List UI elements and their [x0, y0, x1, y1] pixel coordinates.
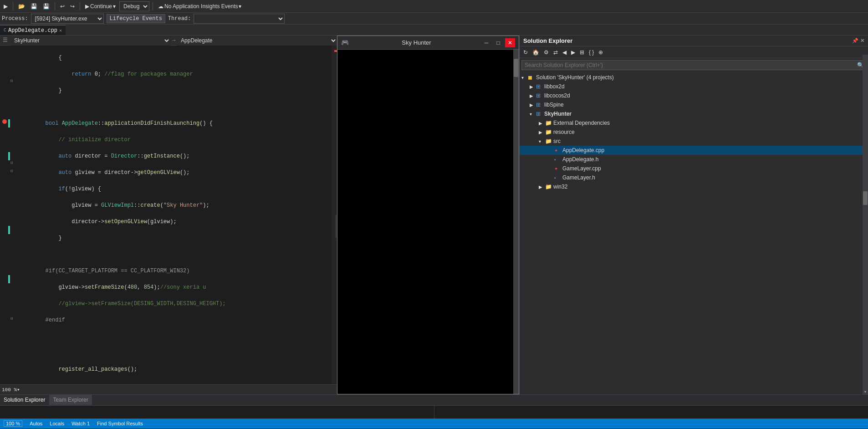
status-zoom[interactable]: 100 % — [4, 420, 22, 427]
tab-icon: C — [4, 28, 6, 33]
continue-btn[interactable]: ▶ Continue ▾ — [83, 2, 117, 10]
libspine-label: libSpine — [544, 102, 564, 108]
sky-hunter-scrollbar[interactable] — [513, 50, 519, 394]
skyhunter-label: SkyHunter — [544, 111, 572, 117]
scrollbar-thumb — [514, 59, 518, 77]
se-tab[interactable]: Solution Explorer — [0, 395, 49, 405]
collapse-3[interactable]: ⊟ — [10, 169, 13, 174]
pin-icon[interactable]: 📌 — [852, 38, 858, 44]
solution-root[interactable]: ▾ ◼ Solution 'SkyHunter' (4 projects) — [520, 73, 868, 82]
tree-item-external-deps[interactable]: ▶ 📁 External Dependencies — [520, 118, 868, 128]
breakpoint-1 — [2, 119, 7, 124]
thread-select[interactable] — [194, 14, 285, 24]
skyhunter-icon: ⊞ — [536, 111, 544, 117]
adcpp-label: AppDelegate.cpp — [562, 147, 604, 153]
scroll-overview[interactable] — [332, 46, 337, 384]
tree-item-libbox2d[interactable]: ▶ ⊞ libbox2d — [520, 82, 868, 91]
thread-label: Thread: — [168, 15, 191, 22]
tree-item-appdelegatecpp[interactable]: ▶ ✦ AppDelegate.cpp — [520, 146, 868, 155]
solution-arrow: ▾ — [521, 75, 528, 80]
glh-icon: ▪ — [554, 175, 562, 180]
debug-toolbar: Process: [5924] SkyHunter.exe Lifecycle … — [0, 13, 868, 25]
se-props-btn[interactable]: ⊞ — [578, 48, 586, 56]
close-panel-icon[interactable]: ✕ — [860, 38, 864, 44]
glh-label: GameLayer.h — [562, 174, 595, 181]
se-code-btn[interactable]: { } — [587, 48, 596, 56]
tab-close-btn[interactable]: ✕ — [59, 28, 62, 33]
libcocos2d-arrow: ▶ — [530, 93, 536, 98]
glcpp-label: GameLayer.cpp — [562, 165, 601, 172]
glcpp-icon: ✦ — [554, 166, 562, 171]
adh-icon: ▪ — [554, 157, 562, 162]
tree-item-appdelegateh[interactable]: ▶ ▪ AppDelegate.h — [520, 155, 868, 164]
editor-tab-bar: C AppDelegate.cpp ✕ — [0, 25, 868, 36]
member-dropdown[interactable]: AppDelegate — [177, 36, 337, 46]
tree-item-gamelayercpp[interactable]: ▶ ✦ GameLayer.cpp — [520, 164, 868, 173]
sep3 — [80, 2, 80, 10]
process-select[interactable]: [5924] SkyHunter.exe — [31, 14, 104, 24]
tree-item-src[interactable]: ▾ 📁 src — [520, 137, 868, 146]
main-toolbar: ▶ 📂 💾 💾 ↩ ↪ ▶ Continue ▾ Debug ☁ No Appl… — [0, 0, 868, 13]
tree-item-skyhunter[interactable]: ▾ ⊞ SkyHunter — [520, 109, 868, 118]
te-tab[interactable]: Team Explorer — [49, 395, 92, 405]
se-settings-btn[interactable]: ⚙ — [542, 48, 551, 56]
se-next-btn[interactable]: ▶ — [569, 48, 577, 56]
minimize-btn[interactable]: ─ — [481, 38, 491, 47]
se-filter-btn[interactable]: ⇄ — [551, 48, 560, 56]
se-show-btn[interactable]: ⊕ — [597, 48, 605, 56]
status-find-symbol[interactable]: Find Symbol Results — [97, 421, 143, 426]
collapse-col: ⊟ ⊟ ⊟ ⊟ — [10, 46, 15, 384]
se-prev-btn[interactable]: ◀ — [561, 48, 568, 56]
se-refresh-btn[interactable]: ↻ — [521, 48, 530, 56]
status-autos[interactable]: Autos — [30, 421, 42, 426]
status-locals[interactable]: Locals — [50, 421, 64, 426]
open-btn[interactable]: 📂 — [16, 2, 27, 10]
maximize-btn[interactable]: □ — [493, 38, 503, 47]
ext-deps-icon: 📁 — [545, 120, 553, 126]
save-all-btn[interactable]: 💾 — [41, 2, 51, 10]
scope-dropdown[interactable]: SkyHunter — [10, 36, 170, 46]
ai-events-btn[interactable]: ☁ No Application Insights Events ▾ — [156, 2, 243, 10]
skyhunter-arrow: ▾ — [530, 112, 536, 117]
tree-item-resource[interactable]: ▶ 📁 resource — [520, 128, 868, 137]
sky-hunter-window[interactable]: 🎮 Sky Hunter ─ □ ✕ — [337, 36, 519, 394]
se-scrollbar[interactable] — [863, 55, 868, 394]
collapse-4[interactable]: ⊟ — [10, 316, 13, 321]
tree-item-gamelayerh[interactable]: ▶ ▪ GameLayer.h — [520, 173, 868, 182]
solution-search-input[interactable] — [522, 62, 855, 68]
se-scroll-down[interactable]: ▼ — [863, 389, 868, 394]
solution-search-bar[interactable]: 🔍 — [521, 60, 866, 70]
tree-item-libspine[interactable]: ▶ ⊞ libSpine — [520, 100, 868, 109]
tree-item-libcocos2d[interactable]: ▶ ⊞ libcocos2d — [520, 91, 868, 100]
sep1 — [13, 2, 13, 10]
code-content[interactable]: ⊟ ⊟ ⊟ ⊟ { return 0; //flag for packages … — [0, 46, 337, 384]
zoom-dropdown[interactable]: ▾ — [17, 387, 20, 393]
ext-deps-arrow: ▶ — [539, 121, 545, 126]
new-project-btn[interactable]: ▶ — [2, 2, 10, 10]
close-btn[interactable]: ✕ — [505, 38, 515, 47]
breakpoint-gutter — [0, 46, 8, 384]
win32-arrow: ▶ — [539, 184, 545, 189]
save-btn[interactable]: 💾 — [29, 2, 39, 10]
tree-item-win32[interactable]: ▶ 📁 win32 — [520, 182, 868, 191]
sky-hunter-title: Sky Hunter — [402, 39, 431, 46]
tab-appdelegatecpp[interactable]: C AppDelegate.cpp ✕ — [0, 25, 66, 35]
code-nav-bar: ☰ SkyHunter → AppDelegate — [0, 36, 337, 46]
collapse-1[interactable]: ⊟ — [10, 78, 13, 83]
status-watch[interactable]: Watch 1 — [71, 421, 90, 426]
collapse-2[interactable]: ⊟ — [10, 160, 13, 165]
se-home-btn[interactable]: 🏠 — [531, 48, 541, 56]
solution-explorer-toolbar: ↻ 🏠 ⚙ ⇄ ◀ ▶ ⊞ { } ⊕ — [520, 46, 868, 58]
src-icon: 📁 — [545, 138, 553, 144]
window-controls: ─ □ ✕ — [481, 38, 515, 47]
redo-btn[interactable]: ↪ — [68, 2, 77, 10]
main-area: ☰ SkyHunter → AppDelegate ⊟ ⊟ — [0, 36, 868, 394]
debug-dropdown[interactable]: Debug — [119, 1, 149, 11]
resource-arrow: ▶ — [539, 130, 545, 135]
undo-btn[interactable]: ↩ — [58, 2, 66, 10]
solution-label: Solution 'SkyHunter' (4 projects) — [536, 74, 614, 81]
lifecycle-label: Lifecycle Events — [107, 14, 165, 23]
resource-label: resource — [553, 129, 575, 135]
libbox2d-icon: ⊞ — [536, 83, 544, 90]
code-editor[interactable]: { return 0; //flag for packages manager … — [15, 46, 332, 384]
